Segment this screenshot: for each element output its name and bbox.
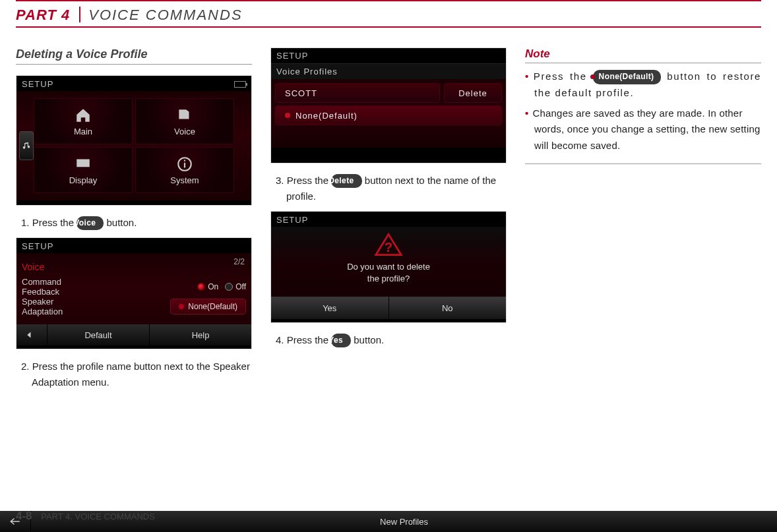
music-icon bbox=[22, 141, 31, 150]
column-2: SETUP Voice Profiles SCOTT Delete None(D… bbox=[270, 47, 507, 397]
page-footer: 4-8 PART 4. VOICE COMMANDS bbox=[16, 510, 155, 523]
new-profiles-label: New Profiles bbox=[380, 517, 428, 527]
delete-button-ref: Delete bbox=[331, 174, 361, 188]
default-button[interactable]: Default bbox=[47, 324, 149, 345]
page: PART 4 VOICE COMMANDS Deleting a Voice P… bbox=[0, 0, 777, 532]
shot2-speaker-l2: Adaptation bbox=[22, 307, 63, 316]
radio-on-label: On bbox=[208, 282, 218, 291]
tile-main[interactable]: Main bbox=[34, 98, 133, 144]
shot2-body: Voice 2/2 Command Feedback On Off bbox=[16, 253, 251, 345]
note-heading: Note bbox=[525, 47, 761, 63]
shot1-titlebar: SETUP bbox=[16, 76, 251, 91]
bullet-icon: • bbox=[525, 107, 532, 119]
tile-display[interactable]: Display bbox=[34, 147, 133, 193]
display-icon bbox=[73, 156, 93, 173]
none-default-cell[interactable]: None(Default) bbox=[275, 105, 502, 125]
shot1-title: SETUP bbox=[22, 79, 53, 89]
bullet-icon: • bbox=[525, 71, 534, 82]
note-1: •Press the None(Default) button to resto… bbox=[525, 69, 761, 102]
svg-text:?: ? bbox=[385, 240, 392, 254]
none-dot-icon bbox=[285, 113, 290, 118]
profile-name: SCOTT bbox=[285, 88, 317, 98]
profile-row-scott: SCOTT Delete bbox=[275, 82, 502, 104]
profile-button[interactable]: None(Default) bbox=[170, 299, 246, 314]
delete-label: Delete bbox=[458, 88, 487, 98]
header-title: VOICE COMMANDS bbox=[88, 7, 242, 26]
shot2-command-row: Command Feedback On Off bbox=[22, 277, 246, 297]
step-1: 1. Press the Voice button. bbox=[21, 215, 252, 231]
info-icon bbox=[175, 156, 195, 173]
note-2-text: Changes are saved as they are made. In o… bbox=[532, 107, 760, 152]
dialog-line2: the profile? bbox=[347, 273, 430, 285]
page-header: PART 4 VOICE COMMANDS bbox=[16, 1, 761, 28]
tile-voice-label: Voice bbox=[174, 127, 195, 136]
screenshot-voice-settings: SETUP Voice 2/2 Command Feedback On bbox=[16, 237, 252, 349]
no-button[interactable]: No bbox=[388, 297, 507, 319]
shot4-title: SETUP bbox=[276, 215, 308, 225]
step-2: 2. Press the profile name button next to… bbox=[21, 359, 252, 390]
profile-dot-icon bbox=[179, 304, 184, 309]
tile-display-label: Display bbox=[69, 175, 98, 185]
radio-off-dot bbox=[225, 283, 233, 291]
tile-voice[interactable]: Voice bbox=[135, 98, 234, 144]
delete-cell[interactable]: Delete bbox=[444, 83, 502, 103]
step-4-pre: 4. Press the bbox=[276, 334, 331, 345]
none-default-button-ref: None(Default) bbox=[593, 70, 662, 84]
shot3-sub: Voice Profiles bbox=[271, 63, 506, 79]
svg-rect-1 bbox=[184, 162, 185, 167]
shot2-title: SETUP bbox=[22, 241, 53, 251]
shot2-page: 2/2 bbox=[233, 257, 245, 266]
default-label: Default bbox=[84, 330, 111, 340]
footer-label: PART 4. VOICE COMMANDS bbox=[41, 512, 155, 521]
shot4-titlebar: SETUP bbox=[271, 212, 506, 227]
voice-button-ref: Voice bbox=[77, 216, 104, 230]
dialog-buttons: Yes No bbox=[271, 297, 506, 319]
step-4: 4. Press the Yes button. bbox=[276, 332, 507, 348]
no-label: No bbox=[442, 303, 453, 313]
shot2-speaker-row: Speaker Adaptation None(Default) bbox=[22, 297, 246, 316]
shot2-titlebar: SETUP bbox=[16, 238, 251, 253]
screenshot-voice-profiles: SETUP Voice Profiles SCOTT Delete None(D… bbox=[270, 47, 507, 163]
column-3: Note •Press the None(Default) button to … bbox=[525, 47, 761, 397]
step-3-pre: 3. Press the bbox=[276, 175, 331, 186]
tile-main-label: Main bbox=[74, 127, 92, 136]
yes-label: Yes bbox=[323, 303, 336, 313]
shot2-command-label: Command Feedback bbox=[22, 277, 61, 297]
shot3-list: SCOTT Delete None(Default) bbox=[271, 79, 506, 148]
columns: Deleting a Voice Profile SETUP Main bbox=[16, 47, 761, 397]
step-1-pre: 1. Press the bbox=[21, 217, 77, 228]
battery-icon bbox=[234, 81, 246, 88]
shot1-grid: Main Voice Display System bbox=[34, 98, 234, 193]
page-number: 4-8 bbox=[16, 510, 32, 522]
profile-name-cell[interactable]: SCOTT bbox=[275, 83, 440, 103]
shot2-radio-group: On Off bbox=[197, 282, 246, 291]
voice-icon bbox=[175, 107, 195, 124]
note-block: •Press the None(Default) button to resto… bbox=[525, 69, 761, 164]
dialog-text: Do you want to delete the profile? bbox=[347, 261, 430, 285]
radio-off[interactable]: Off bbox=[225, 282, 246, 291]
header-separator bbox=[79, 7, 80, 22]
yes-button-ref: Yes bbox=[331, 334, 351, 347]
radio-off-label: Off bbox=[235, 282, 246, 291]
shot2-voice-row: Voice 2/2 bbox=[22, 257, 246, 277]
note-2: •Changes are saved as they are made. In … bbox=[525, 105, 761, 154]
warning-icon: ? bbox=[374, 232, 403, 257]
none-label: None(Default) bbox=[295, 111, 357, 121]
tile-system[interactable]: System bbox=[135, 147, 234, 193]
radio-on[interactable]: On bbox=[197, 282, 218, 291]
back-button[interactable] bbox=[16, 324, 47, 345]
screenshot-setup-grid: SETUP Main Voice bbox=[16, 75, 252, 206]
header-part: PART 4 bbox=[16, 7, 77, 26]
shot1-body: Main Voice Display System bbox=[16, 91, 251, 200]
yes-button[interactable]: Yes bbox=[271, 297, 388, 319]
help-button[interactable]: Help bbox=[149, 324, 251, 345]
shot2-speaker-label: Speaker Adaptation bbox=[22, 297, 63, 316]
shot2-command-l2: Feedback bbox=[22, 287, 61, 297]
shot1-left-button[interactable] bbox=[19, 131, 34, 160]
shot2-speaker-l1: Speaker bbox=[22, 297, 63, 307]
column-1: Deleting a Voice Profile SETUP Main bbox=[16, 47, 252, 397]
screenshot-confirm-delete: SETUP ? Do you want to delete the profil… bbox=[270, 211, 507, 323]
radio-on-dot bbox=[197, 283, 205, 291]
svg-rect-2 bbox=[184, 160, 185, 161]
shot2-voice-label: Voice bbox=[22, 262, 44, 272]
